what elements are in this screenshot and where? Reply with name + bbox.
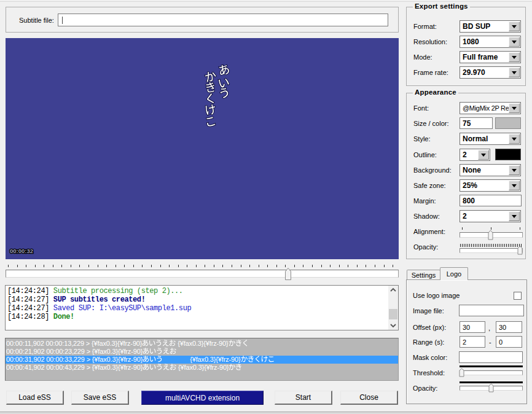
svg-text:00:00:32: 00:00:32 [10, 248, 33, 254]
